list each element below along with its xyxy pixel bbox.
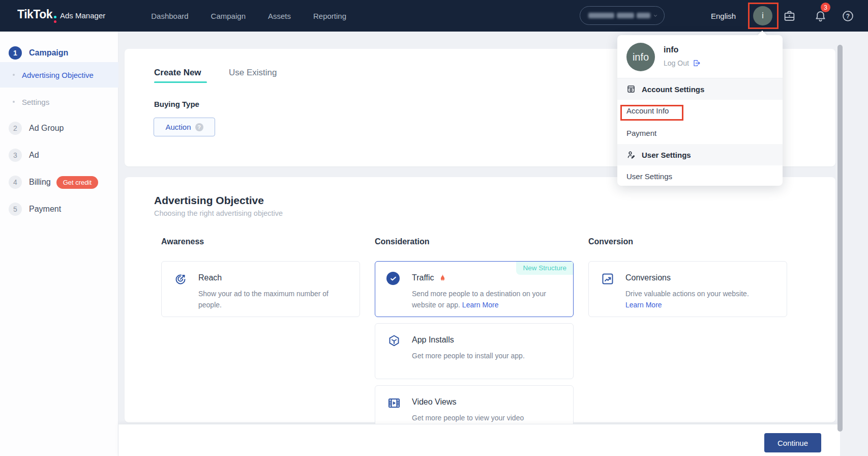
- card-description: Get more people to view your video: [412, 412, 562, 423]
- reach-target-icon: [174, 272, 187, 286]
- advertising-objective-card: Advertising Objective Choosing the right…: [125, 177, 835, 422]
- sidebar-step-ad[interactable]: 3 Ad: [0, 143, 118, 167]
- tab-create-new[interactable]: Create New: [154, 68, 201, 78]
- objective-card-conversions[interactable]: Conversions Drive valuable actions on yo…: [588, 261, 787, 317]
- nav-item-dashboard[interactable]: Dashboard: [151, 12, 188, 20]
- step-number-3: 3: [9, 149, 22, 162]
- step-number-4: 4: [9, 176, 22, 189]
- fire-icon: [439, 274, 446, 282]
- objective-card-reach[interactable]: Reach Show your ad to the maximum number…: [161, 261, 360, 317]
- tiktok-logo[interactable]: TikTok Ads Manager: [17, 8, 105, 24]
- sidebar-step-payment[interactable]: 5 Payment: [0, 197, 118, 221]
- menu-item-label: User Settings: [626, 172, 672, 181]
- user-dropdown-menu: info info Log Out Account Settings Accou…: [617, 35, 783, 186]
- help-tooltip-icon[interactable]: ?: [195, 123, 203, 131]
- sidebar-step-ad-group[interactable]: 2 Ad Group: [0, 116, 118, 140]
- card-description: Get more people to install your app.: [412, 350, 562, 361]
- menu-item-label: Payment: [626, 129, 656, 137]
- objective-card-traffic[interactable]: New Structure Traffic Send more people t…: [375, 261, 574, 317]
- section-subtitle: Choosing the right advertising objective: [154, 209, 283, 217]
- selected-check-icon: [386, 272, 400, 285]
- help-icon[interactable]: ?: [842, 10, 854, 22]
- account-settings-section-header[interactable]: Account Settings: [617, 78, 783, 100]
- column-header-awareness: Awareness: [161, 237, 204, 246]
- card-description: Show your ad to the maximum number of pe…: [198, 288, 348, 311]
- logout-label: Log Out: [664, 59, 689, 67]
- user-settings-icon: [626, 150, 636, 159]
- menu-item-user-settings[interactable]: User Settings: [617, 165, 783, 187]
- step-number-2: 2: [9, 122, 22, 135]
- step-label-ad-group: Ad Group: [29, 124, 64, 133]
- card-title: Traffic: [412, 273, 434, 282]
- vertical-scrollbar[interactable]: [837, 45, 843, 432]
- step-label-billing: Billing: [29, 178, 51, 187]
- scroll-gutter: [840, 32, 868, 456]
- step-label-ad: Ad: [29, 151, 39, 160]
- sub-item-label: Advertising Objective: [22, 71, 94, 79]
- learn-more-link[interactable]: Learn More: [625, 301, 662, 309]
- buying-type-label: Buying Type: [154, 100, 199, 108]
- conversions-chart-icon: [601, 272, 614, 286]
- logout-icon: [693, 59, 701, 67]
- objective-card-app-installs[interactable]: App Installs Get more people to install …: [375, 323, 574, 379]
- user-settings-section-header[interactable]: User Settings: [617, 144, 783, 165]
- account-selector[interactable]: [580, 6, 665, 25]
- section-label: User Settings: [642, 151, 691, 159]
- step-number-5: 5: [9, 203, 22, 216]
- nav-item-reporting[interactable]: Reporting: [313, 12, 346, 20]
- nav-item-campaign[interactable]: Campaign: [211, 12, 246, 20]
- bullet-dot-icon: [13, 74, 15, 76]
- tab-use-existing[interactable]: Use Existing: [229, 68, 277, 78]
- account-settings-icon: [626, 84, 636, 94]
- business-toolbox-icon[interactable]: [783, 10, 796, 22]
- wizard-sidebar: 1 Campaign Advertising Objective Setting…: [0, 32, 118, 456]
- logout-button[interactable]: Log Out: [664, 59, 701, 67]
- nav-item-assets[interactable]: Assets: [268, 12, 291, 20]
- step-label-campaign: Campaign: [29, 48, 68, 58]
- learn-more-link[interactable]: Learn More: [462, 301, 499, 309]
- primary-nav: Dashboard Campaign Assets Reporting: [151, 12, 346, 20]
- logo-text: TikTok: [17, 8, 52, 21]
- menu-item-label: Account Info: [626, 106, 669, 115]
- section-title: Advertising Objective: [154, 194, 264, 207]
- step-number-1: 1: [9, 46, 22, 60]
- section-label: Account Settings: [642, 85, 704, 94]
- dropdown-username: info: [664, 45, 678, 54]
- card-title: Video Views: [412, 397, 456, 407]
- app-installs-hexagon-icon: [387, 334, 401, 348]
- column-header-conversion: Conversion: [588, 237, 633, 246]
- card-title: Conversions: [625, 273, 671, 282]
- wizard-footer: Continue: [118, 424, 840, 456]
- user-avatar[interactable]: i: [753, 6, 772, 25]
- chevron-down-icon: [653, 13, 658, 18]
- logo-subtext: Ads Manager: [60, 11, 105, 20]
- sub-item-label: Settings: [22, 98, 49, 106]
- menu-item-payment[interactable]: Payment: [617, 122, 783, 144]
- redacted-account-name: [588, 13, 614, 18]
- dropdown-avatar: info: [626, 43, 655, 71]
- step-label-payment: Payment: [29, 205, 61, 214]
- column-header-consideration: Consideration: [375, 237, 430, 246]
- card-title: App Installs: [412, 335, 454, 345]
- auction-label: Auction: [165, 123, 191, 131]
- auction-button[interactable]: Auction ?: [154, 118, 215, 136]
- top-navbar: TikTok Ads Manager Dashboard Campaign As…: [0, 0, 868, 32]
- tiktok-colon-icon: [54, 16, 56, 23]
- sidebar-item-settings[interactable]: Settings: [0, 92, 118, 112]
- menu-item-account-info[interactable]: Account Info: [617, 100, 783, 122]
- video-views-film-icon: [387, 396, 401, 410]
- continue-button[interactable]: Continue: [764, 433, 821, 452]
- sidebar-item-advertising-objective[interactable]: Advertising Objective: [0, 62, 118, 88]
- card-title: Reach: [198, 273, 222, 282]
- dropdown-header: info info Log Out: [617, 35, 783, 78]
- card-description: Drive valuable actions on your website.: [625, 290, 749, 298]
- active-tab-underline: [154, 81, 207, 83]
- sidebar-step-billing[interactable]: 4 Billing Get credit: [0, 170, 118, 194]
- sidebar-step-campaign[interactable]: 1 Campaign: [0, 41, 118, 65]
- notification-count-badge: 3: [821, 3, 830, 12]
- get-credit-badge[interactable]: Get credit: [56, 176, 98, 189]
- bullet-dot-icon: [13, 101, 15, 103]
- svg-text:?: ?: [846, 13, 850, 20]
- language-selector[interactable]: English: [711, 0, 736, 32]
- new-structure-badge: New Structure: [516, 262, 573, 275]
